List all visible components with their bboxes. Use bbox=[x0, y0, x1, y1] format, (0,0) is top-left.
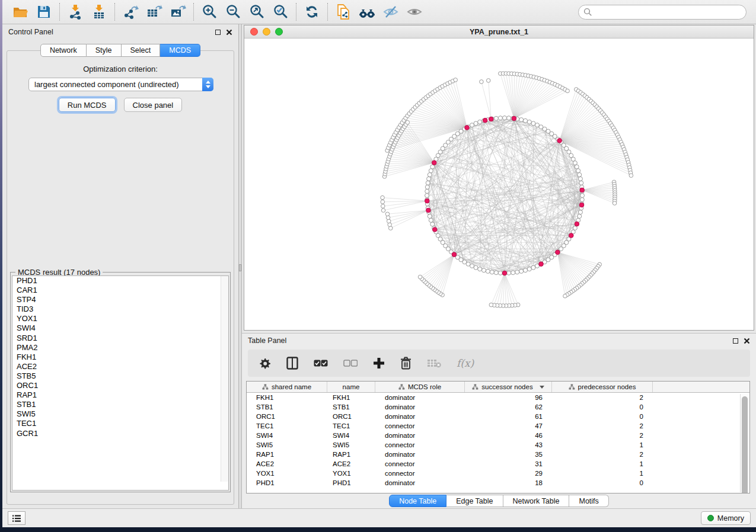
cell-successors: 43 bbox=[465, 441, 552, 448]
result-node-item[interactable]: CAR1 bbox=[12, 286, 228, 295]
table-row[interactable]: SWI5SWI5connector431 bbox=[247, 440, 749, 450]
table-panel-header: Table Panel bbox=[242, 334, 756, 348]
tab-style[interactable]: Style bbox=[87, 44, 122, 57]
cell-shared_name: PHD1 bbox=[247, 479, 327, 486]
list-options-icon bbox=[12, 514, 21, 523]
save-session-icon[interactable] bbox=[32, 2, 56, 22]
float-panel-icon[interactable] bbox=[215, 30, 221, 35]
table-panel-title: Table Panel bbox=[248, 336, 286, 345]
export-table-icon[interactable] bbox=[142, 2, 166, 22]
result-node-item[interactable]: SWI5 bbox=[12, 409, 228, 419]
table-row[interactable]: PHD1PHD1dominator180 bbox=[247, 478, 749, 488]
table-scrollbar[interactable] bbox=[740, 394, 749, 492]
refresh-icon[interactable] bbox=[300, 2, 324, 22]
network-view-window: YPA_prune.txt_1 bbox=[244, 25, 754, 331]
table-row[interactable]: SWI4SWI4dominator462 bbox=[247, 431, 749, 440]
table-scrollbar-thumb[interactable] bbox=[742, 396, 748, 493]
result-node-item[interactable]: STB5 bbox=[12, 371, 228, 381]
result-node-item[interactable]: TEC1 bbox=[12, 419, 228, 428]
table-row[interactable]: ACE2ACE2connector311 bbox=[247, 459, 749, 469]
column-header-MCDS-role[interactable]: MCDS role bbox=[375, 382, 465, 392]
splitter-grip[interactable] bbox=[239, 264, 241, 271]
close-panel-icon[interactable] bbox=[226, 29, 232, 36]
result-node-item[interactable]: SWI4 bbox=[12, 323, 228, 333]
zoom-fit-icon[interactable] bbox=[245, 2, 269, 22]
export-image-icon[interactable] bbox=[166, 2, 190, 22]
table-row[interactable]: YOX1YOX1connector291 bbox=[247, 469, 749, 478]
search-field[interactable] bbox=[578, 5, 747, 20]
result-node-item[interactable]: GCR1 bbox=[12, 429, 228, 438]
hide-selected-icon[interactable] bbox=[379, 2, 403, 22]
open-file-icon[interactable] bbox=[8, 2, 32, 22]
result-node-item[interactable]: PMA2 bbox=[12, 343, 228, 352]
table-row[interactable]: RAP1RAP1dominator352 bbox=[247, 450, 749, 459]
zoom-selected-icon[interactable] bbox=[269, 2, 292, 22]
first-neighbors-icon[interactable] bbox=[355, 2, 379, 22]
select-all-icon[interactable] bbox=[314, 360, 328, 367]
zoom-out-icon[interactable] bbox=[221, 2, 245, 22]
cell-role: connector bbox=[375, 422, 465, 430]
table-row[interactable]: STB1STB1dominator620 bbox=[247, 402, 749, 412]
tab-network[interactable]: Network bbox=[40, 44, 87, 57]
criterion-value: largest connected component (undirected) bbox=[29, 80, 202, 89]
result-node-item[interactable]: YOX1 bbox=[12, 314, 228, 323]
table-row[interactable]: TEC1TEC1connector472 bbox=[247, 421, 749, 431]
cell-predecessors: 1 bbox=[552, 470, 653, 477]
tab-network-table[interactable]: Network Table bbox=[503, 495, 570, 507]
tab-edge-table[interactable]: Edge Table bbox=[446, 495, 503, 507]
result-node-item[interactable]: RAP1 bbox=[12, 390, 228, 400]
column-header-name[interactable]: name bbox=[327, 382, 375, 392]
cell-role: connector bbox=[375, 460, 465, 467]
tab-select[interactable]: Select bbox=[122, 44, 161, 57]
memory-button[interactable]: Memory bbox=[701, 511, 751, 525]
result-node-item[interactable]: ORC1 bbox=[12, 381, 228, 390]
close-table-panel-icon[interactable] bbox=[744, 338, 750, 344]
options-button[interactable] bbox=[8, 511, 25, 525]
tab-mcds[interactable]: MCDS bbox=[160, 44, 200, 57]
network-window-titlebar[interactable]: YPA_prune.txt_1 bbox=[244, 25, 754, 39]
result-node-item[interactable]: TID3 bbox=[12, 305, 228, 314]
table-settings-icon[interactable] bbox=[259, 357, 271, 370]
column-header-predecessor-nodes[interactable]: predecessor nodes bbox=[552, 382, 653, 392]
import-table-icon[interactable] bbox=[87, 2, 111, 22]
cell-name: TEC1 bbox=[327, 422, 375, 430]
float-table-panel-icon[interactable] bbox=[733, 338, 738, 344]
result-node-item[interactable]: STB1 bbox=[12, 400, 228, 409]
result-node-item[interactable]: ACE2 bbox=[12, 362, 228, 371]
search-input[interactable] bbox=[595, 8, 741, 16]
cell-role: dominator bbox=[375, 479, 465, 486]
zoom-in-icon[interactable] bbox=[197, 2, 221, 22]
add-column-icon[interactable] bbox=[373, 357, 385, 369]
unselect-all-icon[interactable] bbox=[343, 360, 358, 367]
table-panel: Table Panel bbox=[242, 333, 756, 508]
import-network-icon[interactable] bbox=[63, 2, 87, 22]
result-node-item[interactable]: PHD1 bbox=[12, 276, 228, 286]
node-table-body: FKH1FKH1dominator962STB1STB1dominator620… bbox=[247, 393, 749, 488]
show-columns-icon[interactable] bbox=[286, 357, 298, 370]
show-all-icon[interactable] bbox=[403, 2, 426, 22]
cell-successors: 47 bbox=[465, 422, 552, 430]
shared-column-icon bbox=[472, 384, 479, 390]
result-node-item[interactable]: STP4 bbox=[12, 295, 228, 305]
table-row[interactable]: ORC1ORC1dominator610 bbox=[247, 412, 749, 421]
result-node-item[interactable]: SRD1 bbox=[12, 334, 228, 343]
tab-node-table[interactable]: Node Table bbox=[389, 495, 446, 507]
result-scrollbar[interactable] bbox=[221, 276, 228, 482]
cell-predecessors: 0 bbox=[552, 413, 653, 420]
column-header-successor-nodes[interactable]: successor nodes bbox=[465, 382, 552, 392]
search-icon bbox=[583, 8, 592, 17]
result-node-item[interactable]: FKH1 bbox=[12, 352, 228, 362]
column-header-shared-name[interactable]: shared name bbox=[247, 382, 327, 392]
table-row[interactable]: FKH1FKH1dominator962 bbox=[247, 393, 749, 402]
node-table-header: shared namenameMCDS rolesuccessor nodesp… bbox=[247, 382, 749, 393]
criterion-dropdown[interactable]: largest connected component (undirected) bbox=[28, 78, 213, 91]
network-canvas[interactable] bbox=[244, 39, 754, 330]
tab-motifs[interactable]: Motifs bbox=[569, 495, 608, 507]
network-graph[interactable] bbox=[244, 39, 754, 330]
delete-columns-icon[interactable] bbox=[400, 357, 412, 370]
cell-name: SWI4 bbox=[327, 432, 375, 439]
close-panel-button[interactable]: Close panel bbox=[124, 98, 183, 112]
export-network-icon[interactable] bbox=[119, 2, 142, 22]
run-mcds-button[interactable]: Run MCDS bbox=[59, 98, 116, 112]
clone-network-icon[interactable] bbox=[331, 2, 355, 22]
